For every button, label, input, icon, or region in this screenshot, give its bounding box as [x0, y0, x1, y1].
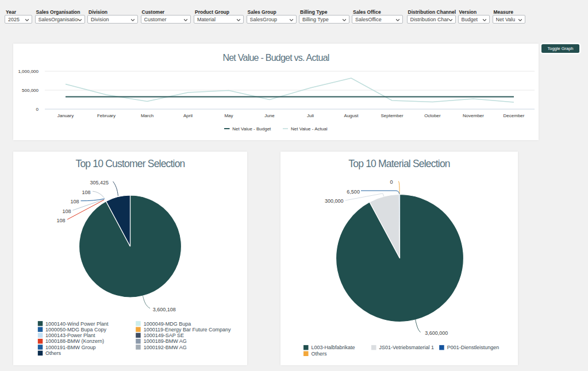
- svg-text:October: October: [424, 113, 441, 118]
- svg-text:500,000: 500,000: [22, 88, 39, 93]
- svg-text:0: 0: [36, 107, 39, 112]
- svg-text:JS01-Vetriebsmaterial 1: JS01-Vetriebsmaterial 1: [379, 345, 435, 350]
- svg-text:September: September: [381, 113, 403, 118]
- svg-text:108: 108: [70, 199, 79, 204]
- svg-text:March: March: [141, 113, 153, 118]
- svg-text:Net Value - Budget: Net Value - Budget: [232, 126, 271, 132]
- svg-text:1000143-Power Plant: 1000143-Power Plant: [45, 333, 95, 338]
- svg-text:1000140-Wind Power Plant: 1000140-Wind Power Plant: [45, 321, 109, 327]
- svg-text:January: January: [57, 113, 74, 118]
- svg-text:P001-Dienstleistungen: P001-Dienstleistungen: [447, 345, 499, 350]
- svg-text:1000149-SAP SE: 1000149-SAP SE: [144, 333, 184, 338]
- svg-text:1000049-MDG Bupa: 1000049-MDG Bupa: [144, 321, 191, 327]
- svg-text:300,000: 300,000: [325, 198, 344, 204]
- svg-text:1000050-MDG Bupa Copy: 1000050-MDG Bupa Copy: [45, 327, 107, 333]
- svg-text:108: 108: [62, 208, 71, 214]
- svg-text:305,425: 305,425: [90, 180, 109, 186]
- svg-text:1000188-BMW (Konzern): 1000188-BMW (Konzern): [45, 338, 104, 344]
- svg-text:L003-Halbfabrikate: L003-Halbfabrikate: [312, 345, 355, 350]
- svg-text:6,500: 6,500: [347, 189, 360, 195]
- svg-text:108: 108: [82, 190, 90, 195]
- svg-text:June: June: [264, 113, 275, 118]
- svg-text:December: December: [504, 113, 525, 118]
- svg-text:April: April: [183, 113, 193, 118]
- svg-text:1000191-BMW Group: 1000191-BMW Group: [45, 345, 96, 350]
- svg-text:1000189-BMW AG: 1000189-BMW AG: [144, 338, 187, 344]
- svg-text:November: November: [463, 113, 484, 118]
- svg-text:108: 108: [56, 218, 65, 223]
- svg-text:3,600,108: 3,600,108: [153, 307, 176, 312]
- svg-text:1,000,000: 1,000,000: [18, 69, 39, 74]
- svg-text:Net Value - Actual: Net Value - Actual: [291, 126, 328, 132]
- svg-text:February: February: [97, 113, 116, 118]
- svg-text:1000119-Energy Bar Future Comp: 1000119-Energy Bar Future Company: [144, 327, 231, 333]
- svg-text:0: 0: [390, 179, 393, 185]
- svg-text:August: August: [344, 113, 359, 118]
- svg-text:Others: Others: [45, 350, 62, 356]
- svg-text:May: May: [224, 113, 233, 118]
- svg-text:3,600,000: 3,600,000: [425, 330, 448, 336]
- svg-text:Others: Others: [312, 351, 328, 357]
- svg-text:Juli: Juli: [307, 113, 314, 118]
- svg-text:1000192-BMW AG: 1000192-BMW AG: [144, 345, 187, 350]
